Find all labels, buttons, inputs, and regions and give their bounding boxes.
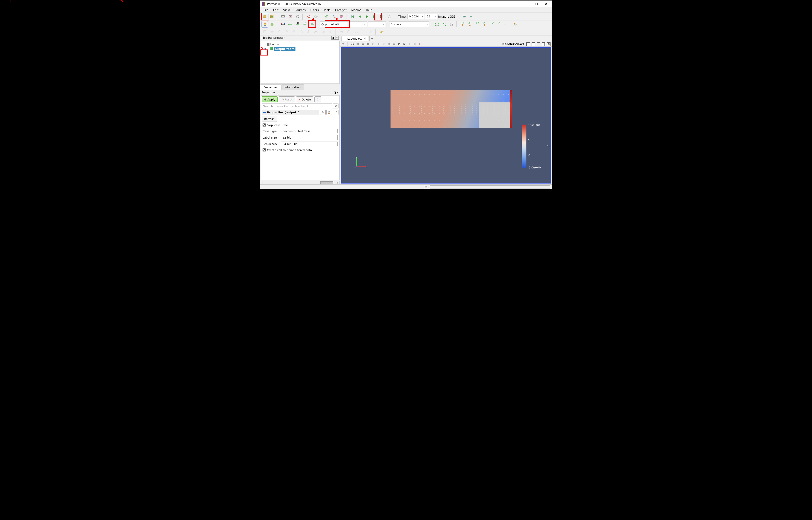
- extract-block-button[interactable]: [338, 29, 345, 35]
- skip-zero-checkbox[interactable]: ✔ Skip Zero Time: [262, 123, 339, 127]
- select-polygon-cells-button[interactable]: ⬡: [387, 42, 391, 46]
- properties-close-button[interactable]: ✕: [336, 91, 339, 94]
- mode-3d-button[interactable]: 3D: [351, 42, 355, 46]
- menu-file[interactable]: File: [262, 8, 271, 12]
- properties-float-button[interactable]: ◨: [334, 91, 336, 94]
- menu-tools[interactable]: Tools: [321, 8, 332, 12]
- rescale-visible-button[interactable]: C: [294, 21, 301, 28]
- select-points-on-button[interactable]: ▦: [361, 42, 365, 46]
- edit-color-map-button[interactable]: [269, 21, 275, 28]
- layout-tab-1[interactable]: ▢ Layout #1 ✕: [342, 36, 368, 41]
- rescale-data-button[interactable]: [280, 21, 286, 28]
- clip-button[interactable]: [276, 29, 282, 35]
- color-palette-button[interactable]: [338, 14, 345, 20]
- plus-x-button[interactable]: +X: [459, 21, 466, 28]
- apply-button[interactable]: ⚙ Apply: [262, 96, 278, 102]
- hover-cell-button[interactable]: ⊡: [413, 42, 416, 46]
- minus-x-button[interactable]: -X: [467, 21, 473, 28]
- split-v-button[interactable]: [532, 43, 535, 46]
- split-h-button[interactable]: [526, 43, 530, 46]
- minimize-button[interactable]: —: [522, 1, 532, 7]
- restore-view-button[interactable]: [542, 43, 545, 46]
- case-type-combo[interactable]: Reconstructed Case: [281, 129, 337, 133]
- maximize-view-button[interactable]: [537, 43, 540, 46]
- refresh-button[interactable]: Refresh: [262, 116, 277, 122]
- interactive-select-points-button[interactable]: ◪: [402, 42, 406, 46]
- snow-button[interactable]: [368, 29, 374, 35]
- group-button[interactable]: [327, 29, 334, 35]
- first-frame-button[interactable]: [349, 14, 356, 20]
- wave-button[interactable]: [353, 29, 359, 35]
- paste-props-button[interactable]: 📋: [326, 110, 332, 115]
- menu-sources[interactable]: Sources: [293, 8, 308, 12]
- threshold-button[interactable]: [291, 29, 297, 35]
- save-data-button[interactable]: [269, 14, 275, 20]
- scroll-right-icon[interactable]: ▸: [336, 182, 339, 184]
- open-file-button[interactable]: [262, 14, 268, 20]
- layout-close-icon[interactable]: ✕: [363, 37, 366, 40]
- loop-button[interactable]: [386, 14, 392, 20]
- time-value-combo[interactable]: 0.0034▾: [407, 14, 424, 19]
- calculator-button[interactable]: [262, 29, 268, 35]
- select-points-through-button[interactable]: ⬚: [371, 42, 375, 46]
- menu-edit[interactable]: Edit: [271, 8, 281, 12]
- last-frame-button[interactable]: [378, 14, 385, 20]
- menu-help[interactable]: Help: [364, 8, 375, 12]
- prev-frame-button[interactable]: [356, 14, 363, 20]
- scalar-size-combo[interactable]: 64-bit (DP): [281, 141, 337, 146]
- play-button[interactable]: [364, 14, 370, 20]
- source-item[interactable]: output.foam: [274, 47, 295, 51]
- restore-defaults-button[interactable]: ↺: [333, 110, 339, 115]
- add-camera-button[interactable]: [468, 14, 475, 20]
- pick-center-button[interactable]: [342, 42, 345, 46]
- help-button[interactable]: ?: [315, 96, 321, 102]
- interactive-select-cells-button[interactable]: ◩: [397, 42, 401, 46]
- menu-filters[interactable]: Filters: [308, 8, 321, 12]
- warp-button[interactable]: [320, 29, 326, 35]
- extract-surface-button[interactable]: [298, 29, 304, 35]
- representation-combo[interactable]: Surface▾: [389, 22, 429, 27]
- plus-z-button[interactable]: +Z: [489, 21, 495, 28]
- tab-properties[interactable]: Properties: [260, 84, 281, 90]
- close-view-button[interactable]: ✕: [547, 43, 550, 46]
- select-block-button[interactable]: ▣: [392, 42, 396, 46]
- disconnect-button[interactable]: [287, 14, 294, 20]
- cell-to-point-checkbox[interactable]: ✔ Create cell-to-point filtered data: [262, 148, 339, 152]
- copy-props-button[interactable]: ⎘: [320, 110, 326, 115]
- find-data-button[interactable]: [324, 14, 330, 20]
- pipeline-float-button[interactable]: ◨: [331, 36, 335, 40]
- render-view[interactable]: x y z 5.0e+00 0 -5 -9.0e+00 p: [341, 47, 551, 183]
- zoom-to-data-button[interactable]: [441, 21, 448, 28]
- connect-button[interactable]: [280, 14, 286, 20]
- select-cells-on-button[interactable]: ▩: [366, 42, 370, 46]
- tab-information[interactable]: Information: [281, 84, 304, 90]
- properties-group-header[interactable]: Properties (output.f: [262, 110, 319, 115]
- pipeline-tree[interactable]: 2 builtin: output.foam: [261, 41, 340, 84]
- slice-button[interactable]: [283, 29, 290, 35]
- select-polygon-points-button[interactable]: ⬠: [382, 42, 385, 46]
- reset-camera-button[interactable]: [434, 21, 440, 28]
- rescale-custom-button[interactable]: [287, 21, 294, 28]
- rescale-eye-button[interactable]: [309, 21, 316, 28]
- scalar-bar-button[interactable]: [262, 21, 268, 28]
- clear-selection-button[interactable]: 🗑: [418, 42, 422, 46]
- status-close-button[interactable]: ✕: [424, 185, 428, 189]
- glyph-button[interactable]: [305, 29, 312, 35]
- search-input[interactable]: Search ... (use Esc to clear text): [262, 103, 332, 109]
- label-size-combo[interactable]: 32-bit: [281, 135, 337, 140]
- rotate-90-button[interactable]: [512, 21, 518, 28]
- contour-button[interactable]: [269, 29, 275, 35]
- undo-button[interactable]: [305, 14, 312, 20]
- ruler-button[interactable]: [378, 29, 385, 35]
- zoom-to-box-button[interactable]: [449, 21, 455, 28]
- adjust-camera-button[interactable]: [461, 14, 467, 20]
- properties-hscrollbar[interactable]: ◂ ▸: [261, 181, 340, 184]
- select-cells-through-button[interactable]: ▨: [377, 42, 380, 46]
- component-combo[interactable]: ▾: [368, 22, 386, 27]
- temporal-button[interactable]: [346, 29, 352, 35]
- time-index-spin[interactable]: 33 ▴▾: [425, 14, 437, 19]
- wave2-button[interactable]: [360, 29, 367, 35]
- next-frame-button[interactable]: [371, 14, 378, 20]
- delete-button[interactable]: ✖ Delete: [296, 96, 313, 102]
- menu-macros[interactable]: Macros: [349, 8, 363, 12]
